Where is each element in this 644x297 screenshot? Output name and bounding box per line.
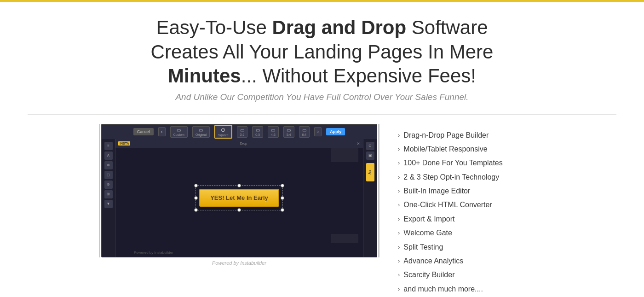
feature-text-2: Mobile/Tablet Responsive [403,144,487,154]
bg-element-1 [331,148,358,162]
feature-item-7: › Export & Import [398,212,545,226]
crop-toolbar: Cancel ‹ ▭ Custom ▭ Original ⊙ [102,124,377,139]
bullet-12: › [398,285,400,293]
dim-icon-32: ▭ [240,128,244,133]
feature-text-8: Welcome Gate [403,228,452,238]
bullet-7: › [398,215,400,223]
inner-toolbar-label: Drop [240,142,247,145]
screenshot-label: Powered by Instabuilder [212,260,266,266]
dim-btn-custom[interactable]: ▭ Custom [170,126,188,138]
feature-item-11: › Scarcity Builder [398,268,545,282]
handle-tr[interactable] [281,184,284,187]
dim-btn-square[interactable]: ⊙ Square [214,125,232,139]
feature-text-12: and much much more.... [403,284,483,294]
dim-icon-05: ▭ [256,128,260,133]
sidebar-icon-3[interactable]: ⊕ [104,161,113,169]
feature-text-5: Built-In Image Editor [403,186,470,196]
handle-tm[interactable] [237,184,241,187]
headline-part2: Software [406,17,488,38]
canvas-main: Powered by Instabuilder YES! Let Me In E… [115,139,363,257]
nav-right-arrow[interactable]: › [314,127,322,136]
dim-icon-54: ▭ [287,128,291,133]
app-left-sidebar: ≡ A ⊕ ◻ ⊙ ⊞ ▼ [102,139,115,257]
canvas-footer: Powered by Instabuilder [134,250,173,255]
page-wrapper: Easy-To-Use Drag and Drop Software Creat… [0,0,644,297]
dim-label-54: 5:4 [287,133,291,136]
yellow-cta-button[interactable]: YES! Let Me In Early [199,189,279,207]
handle-br[interactable] [281,208,284,212]
sidebar-icon-6[interactable]: ⊞ [104,190,113,198]
feature-item-12: › and much much more.... [398,282,545,296]
section-divider [28,114,616,115]
bullet-11: › [398,271,400,279]
feature-item-8: › Welcome Gate [398,226,545,240]
inner-toolbar-center: Drop [133,142,354,145]
sidebar-icon-7[interactable]: ▼ [104,200,113,208]
sidebar-icon-2[interactable]: A [104,151,113,160]
handle-bm[interactable] [237,208,241,212]
feature-item-6: › One-Click HTML Converter [398,198,545,212]
headline-bold2: Minutes [168,65,241,87]
dim-icon-custom: ▭ [177,128,181,133]
dim-label-05: 0:5 [255,133,260,136]
dim-label-43: 4:3 [271,133,276,136]
feature-text-3: 100+ Done For You Templates [403,158,502,168]
app-inner-toolbar: INSTA Drop ✕ [115,139,363,148]
dim-btn-43[interactable]: ▭ 4:3 [268,126,279,138]
feature-item-2: › Mobile/Tablet Responsive [398,142,545,156]
dim-btn-64[interactable]: ▭ 6:4 [299,126,310,138]
crop-apply-button[interactable]: Apply [326,128,345,135]
bullet-5: › [398,187,400,195]
dim-btn-05[interactable]: ▭ 0:5 [252,126,263,138]
feature-item-4: › 2 & 3 Step Opt-in Technology [398,170,545,184]
dim-label-original: Original [196,133,207,136]
feature-item-9: › Split Testing [398,240,545,254]
feature-text-7: Export & Import [403,214,454,224]
sidebar-icon-5[interactable]: ⊙ [104,181,113,189]
headline-main: Easy-To-Use Drag and Drop Software Creat… [151,16,494,88]
headline-line2: Creates All Your Landing Pages In Mere [151,41,494,63]
crop-cancel-button[interactable]: Cancel [133,128,154,135]
headline-part1: Easy-To-Use [156,17,272,38]
headline-bold: Drag and Drop [272,17,406,38]
bullet-4: › [398,173,400,181]
dim-btn-54[interactable]: ▭ 5:4 [283,126,294,138]
headline-part3: ... Without Expensive Fees! [241,65,476,87]
right-sidebar-icon-2[interactable]: ▣ [366,151,374,160]
right-sidebar-icon-1[interactable]: ⊙ [366,142,374,150]
handle-bl[interactable] [194,208,198,212]
feature-item-10: › Advance Analytics [398,254,545,268]
handle-lm[interactable] [194,196,198,200]
feature-text-11: Scarcity Builder [403,270,454,280]
features-list: › Drag-n-Drop Page Builder › Mobile/Tabl… [398,124,545,297]
feature-text-1: Drag-n-Drop Page Builder [403,130,489,140]
canvas-element[interactable]: YES! Let Me In Early [199,189,279,207]
handle-tl[interactable] [194,184,198,187]
feature-text-6: One-Click HTML Converter [403,200,492,210]
feature-text-9: Split Testing [403,242,443,252]
feature-item-3: › 100+ Done For You Templates [398,156,545,170]
screenshot-column: Cancel ‹ ▭ Custom ▭ Original ⊙ [99,124,380,266]
dim-icon-original: ▭ [199,128,203,133]
feature-item-5: › Built-In Image Editor [398,184,545,198]
dim-icon-square: ⊙ [221,127,225,133]
sidebar-icon-1[interactable]: ≡ [104,142,113,150]
dim-icon-43: ▭ [271,128,275,133]
app-right-sidebar: ⊙ ▣ ely [363,139,377,257]
screenshot-border: Cancel ‹ ▭ Custom ▭ Original ⊙ [99,124,380,257]
sidebar-icon-4[interactable]: ◻ [104,171,113,179]
dim-btn-32[interactable]: ▭ 3:2 [237,126,248,138]
dim-btn-original[interactable]: ▭ Original [192,126,210,138]
dim-label-square: Square [218,134,229,137]
feature-text-10: Advance Analytics [403,256,463,266]
close-icon[interactable]: ✕ [356,141,360,146]
content-row: Cancel ‹ ▭ Custom ▭ Original ⊙ [28,124,616,297]
nav-left-arrow[interactable]: ‹ [158,127,166,136]
right-sidebar-yellow[interactable]: ely [366,163,374,181]
dim-label-custom: Custom [173,133,184,136]
bullet-9: › [398,243,400,251]
bullet-6: › [398,201,400,209]
app-screenshot: Cancel ‹ ▭ Custom ▭ Original ⊙ [101,124,377,257]
handle-rm[interactable] [281,196,284,200]
bullet-1: › [398,131,400,140]
